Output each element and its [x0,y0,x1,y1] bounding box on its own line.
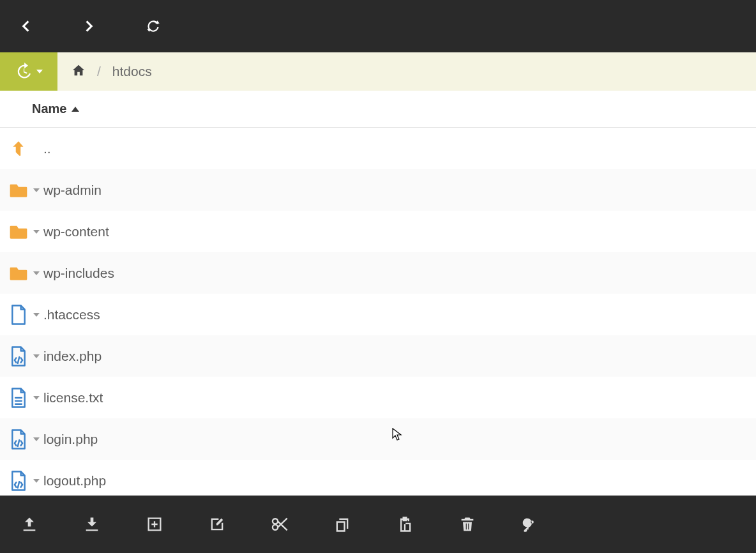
row-menu-caret[interactable] [31,354,42,358]
edit-icon [208,515,226,533]
row-menu-caret[interactable] [31,437,42,441]
refresh-icon [145,18,162,34]
copy-button[interactable] [331,513,354,536]
key-icon [521,515,539,533]
folder-icon [6,263,31,284]
row-menu-caret[interactable] [31,188,42,192]
delete-button[interactable] [456,513,479,536]
edit-button[interactable] [206,513,229,536]
caret-down-icon [33,188,40,192]
file-name: .htaccess [42,307,100,322]
chevron-left-icon [17,18,34,34]
up-icon [6,139,31,158]
column-header-name[interactable]: Name [0,91,756,128]
chevron-right-icon [81,18,98,34]
back-button[interactable] [13,13,38,39]
file-icon [6,304,31,326]
row-menu-caret[interactable] [31,313,42,317]
file-row[interactable]: login.php [0,418,756,460]
file-name: logout.php [42,473,106,489]
download-button[interactable] [80,513,103,536]
caret-down-icon [33,271,40,275]
copy-icon [333,515,351,533]
folder-row[interactable]: wp-content [0,211,756,252]
bottom-toolbar [0,496,756,553]
file-row[interactable]: logout.php [0,460,756,496]
caret-down-icon [33,479,40,483]
file-code-icon [6,470,31,492]
folder-row[interactable]: wp-includes [0,252,756,294]
plus-box-icon [146,515,163,533]
folder-icon [6,222,31,242]
paste-button[interactable] [393,513,416,536]
file-text-icon [6,387,31,409]
parent-dir-label: .. [42,141,51,156]
breadcrumb-home[interactable] [72,63,86,80]
caret-down-icon [33,437,40,441]
top-toolbar [0,0,756,52]
row-menu-caret[interactable] [31,271,42,275]
upload-icon [20,515,38,533]
reload-button[interactable] [140,13,166,39]
file-name: license.txt [42,390,103,405]
file-name: wp-includes [42,266,114,281]
download-icon [83,515,101,533]
folder-icon [6,180,31,201]
file-code-icon [6,428,31,450]
row-menu-caret[interactable] [31,396,42,400]
scissors-icon [271,515,289,533]
file-name: wp-content [42,224,109,239]
row-menu-caret[interactable] [31,230,42,234]
history-icon [15,63,33,80]
file-name: login.php [42,432,98,447]
history-dropdown[interactable] [0,52,57,91]
cut-button[interactable] [268,513,291,536]
caret-down-icon [33,313,40,317]
home-icon [72,63,86,77]
caret-down-icon [33,230,40,234]
new-button[interactable] [143,513,166,536]
breadcrumb-segment[interactable]: htdocs [112,64,152,79]
breadcrumb: / htdocs [57,52,152,91]
file-row[interactable]: license.txt [0,377,756,418]
breadcrumb-separator: / [97,64,101,79]
paste-icon [396,515,414,533]
breadcrumb-bar: / htdocs [0,52,756,91]
file-row[interactable]: index.php [0,335,756,377]
trash-icon [458,515,476,533]
caret-down-icon [33,354,40,358]
parent-dir-row[interactable]: .. [0,128,756,169]
sort-asc-icon [72,107,79,112]
folder-row[interactable]: wp-admin [0,169,756,211]
file-name: index.php [42,349,102,364]
file-list: .. wp-admin wp-content wp-includes .htac… [0,128,756,496]
file-row[interactable]: .htaccess [0,294,756,335]
row-menu-caret[interactable] [31,479,42,483]
upload-button[interactable] [18,513,41,536]
forward-button[interactable] [77,13,102,39]
permissions-button[interactable] [518,513,541,536]
caret-down-icon [33,396,40,400]
caret-down-icon [36,70,43,73]
file-code-icon [6,345,31,367]
column-name-label: Name [32,102,66,116]
file-name: wp-admin [42,183,102,198]
